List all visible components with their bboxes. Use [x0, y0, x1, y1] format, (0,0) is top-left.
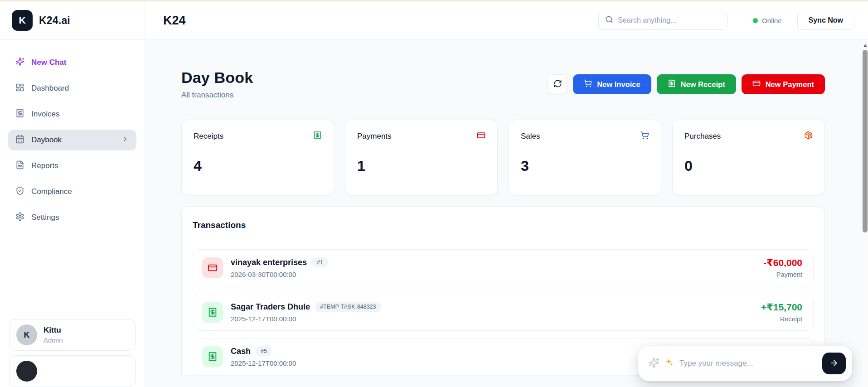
dashboard-grid-icon: [15, 83, 24, 94]
send-button[interactable]: [822, 353, 846, 374]
gear-icon: [15, 212, 24, 223]
chat-bar: [638, 346, 852, 381]
sidebar-item-label: Compliance: [31, 187, 72, 196]
card-label: Receipts: [194, 132, 223, 141]
transaction-type: Payment: [763, 271, 802, 278]
new-receipt-button[interactable]: New Receipt: [657, 74, 736, 94]
sidebar-item-compliance[interactable]: Compliance: [8, 181, 136, 202]
summary-card-payments: Payments 1: [345, 120, 498, 195]
sidebar-item-label: Daybook: [31, 135, 62, 145]
credit-card-icon: [477, 131, 485, 141]
sidebar-item-label: New Chat: [31, 58, 66, 67]
search-box[interactable]: [598, 11, 727, 30]
credit-card-icon: [752, 79, 761, 89]
sidebar-item-reports[interactable]: Reports: [8, 155, 136, 176]
transaction-badge: #5: [256, 346, 272, 356]
new-invoice-button[interactable]: New Invoice: [573, 74, 651, 94]
sidebar-item-label: Reports: [31, 161, 58, 170]
user-card[interactable]: K Kittu Admin: [9, 319, 136, 351]
transaction-type: Receipt: [761, 315, 802, 323]
sidebar-nav: New Chat Dashboard Invoices Daybook Repo…: [0, 40, 145, 233]
shopping-cart-icon: [640, 131, 649, 141]
card-label: Payments: [357, 132, 392, 141]
search-input[interactable]: [618, 16, 721, 24]
online-label: Online: [762, 17, 781, 24]
transaction-date: 2025-12-17T00:00:00: [231, 359, 296, 367]
new-payment-button[interactable]: New Payment: [742, 74, 825, 94]
search-icon: [605, 15, 613, 25]
page-subtitle: All transactions: [181, 91, 253, 100]
arrow-right-icon: [829, 358, 839, 369]
card-value: 4: [194, 158, 322, 174]
chevron-right-icon: [121, 135, 129, 145]
summary-card-sales: Sales 3: [509, 120, 661, 195]
sparkles-icon: [15, 57, 24, 68]
card-label: Purchases: [684, 132, 721, 141]
shield-check-icon: [15, 186, 24, 198]
new-invoice-label: New Invoice: [597, 80, 640, 89]
sidebar-item-dashboard[interactable]: Dashboard: [8, 78, 136, 99]
transaction-row[interactable]: Sagar Traders Dhule #TEMP-TASK-848323 20…: [193, 294, 814, 331]
sidebar-item-label: Dashboard: [31, 84, 69, 93]
sidebar-item-label: Invoices: [31, 110, 59, 119]
chat-message-input[interactable]: [679, 359, 817, 368]
sync-now-button[interactable]: Sync Now: [797, 11, 854, 30]
summary-cards: Receipts 4 Payments 1 Sales: [181, 120, 825, 195]
new-payment-label: New Payment: [766, 80, 814, 89]
receipt-icon: [202, 302, 223, 323]
calendar-icon: [15, 135, 24, 146]
receipt-icon: [313, 131, 322, 141]
avatar: [16, 361, 37, 382]
receipt-icon: [15, 109, 24, 120]
transaction-name: Sagar Traders Dhule: [231, 302, 310, 312]
transaction-amount: -₹60,000: [763, 257, 802, 269]
transaction-badge: #1: [312, 257, 328, 267]
transactions-title: Transactions: [193, 220, 814, 230]
online-dot-icon: [753, 18, 758, 23]
sparkle-emoji-icon: [665, 358, 674, 369]
sidebar: K K24.ai New Chat Dashboard Invoices Day…: [0, 1, 145, 387]
card-value: 0: [684, 158, 813, 174]
user-role: Admin: [44, 336, 63, 344]
refresh-button[interactable]: [548, 74, 567, 94]
sidebar-item-daybook[interactable]: Daybook: [8, 130, 136, 150]
card-label: Sales: [521, 132, 540, 141]
card-value: 1: [357, 158, 485, 174]
scrollbar-thumb[interactable]: [863, 50, 868, 232]
sidebar-item-settings[interactable]: Settings: [8, 207, 136, 228]
package-search-icon: [804, 131, 813, 141]
receipt-icon: [668, 79, 676, 89]
scrollbar-up-arrow[interactable]: [863, 44, 867, 47]
page-title: Day Book: [181, 69, 253, 87]
transaction-name: vinayak enterprises: [231, 258, 307, 267]
document-icon: [15, 160, 24, 172]
brand-logo: K K24.ai: [0, 1, 145, 40]
sidebar-footer: K Kittu Admin: [0, 307, 145, 387]
credit-card-icon: [202, 257, 223, 278]
vertical-scrollbar[interactable]: [862, 40, 868, 387]
summary-card-purchases: Purchases 0: [672, 120, 825, 195]
top-bar: K24 Online Sync Now: [145, 1, 868, 40]
user-card-partial[interactable]: [9, 355, 136, 387]
summary-card-receipts: Receipts 4: [181, 120, 334, 195]
online-status: Online: [753, 17, 781, 24]
card-value: 3: [521, 158, 649, 174]
shopping-cart-icon: [584, 79, 592, 89]
user-name: Kittu: [44, 326, 63, 335]
transaction-badge: #TEMP-TASK-848323: [315, 302, 380, 312]
transaction-date: 2026-03-30T00:00:00: [231, 271, 328, 278]
brand-name: K24.ai: [39, 15, 70, 27]
sidebar-item-invoices[interactable]: Invoices: [8, 104, 136, 125]
refresh-icon: [553, 79, 562, 89]
sidebar-item-label: Settings: [31, 213, 59, 222]
transaction-name: Cash: [231, 347, 251, 356]
page-header-title: K24: [163, 14, 186, 28]
transaction-row[interactable]: vinayak enterprises #1 2026-03-30T00:00:…: [193, 249, 814, 286]
sidebar-item-new-chat[interactable]: New Chat: [8, 52, 136, 73]
brand-logo-mark: K: [12, 10, 33, 31]
receipt-icon: [202, 346, 223, 367]
transaction-date: 2025-12-17T00:00:00: [231, 315, 381, 323]
sparkles-icon: [648, 357, 659, 370]
main-content: Day Book All transactions New Invoice Ne…: [145, 40, 868, 387]
new-receipt-label: New Receipt: [681, 80, 725, 89]
